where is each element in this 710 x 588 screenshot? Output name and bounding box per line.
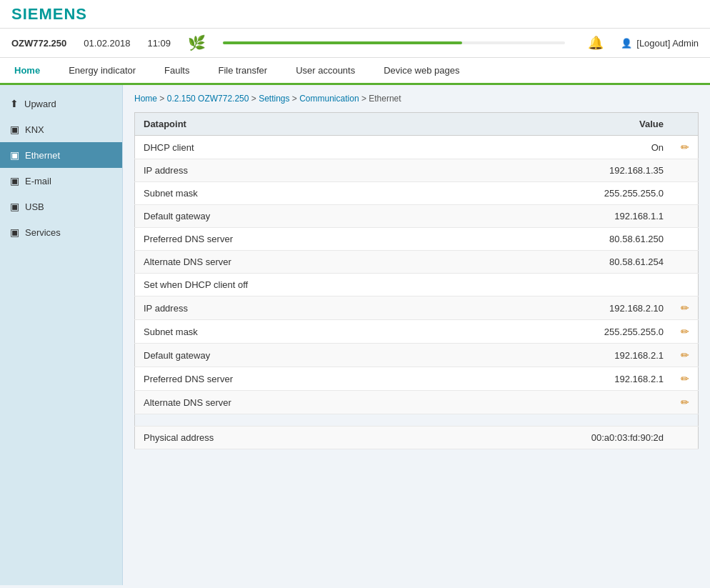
- row-label: Subnet mask: [135, 320, 428, 344]
- user-icon: 👤: [621, 38, 632, 49]
- no-edit: [672, 205, 699, 228]
- row-value: 192.168.2.1: [427, 367, 672, 391]
- col-header-datapoint: Datapoint: [135, 113, 428, 136]
- progress-bar-fill: [223, 41, 463, 44]
- breadcrumb-current: Ethernet: [369, 94, 401, 104]
- row-value: 192.168.1.35: [427, 159, 672, 182]
- sidebar-label-usb: USB: [25, 201, 44, 212]
- table-row: Preferred DNS server 192.168.2.1 ✏: [135, 367, 699, 391]
- siemens-logo: SIEMENS: [11, 5, 87, 24]
- row-label: Alternate DNS server: [135, 251, 428, 274]
- row-label: Alternate DNS server: [135, 391, 428, 414]
- edit-icon[interactable]: ✏: [672, 391, 699, 414]
- row-label: IP address: [135, 297, 428, 320]
- sidebar-item-knx[interactable]: ▣ KNX: [0, 116, 122, 142]
- table-spacer: [135, 414, 699, 427]
- tab-faults[interactable]: Faults: [150, 58, 204, 83]
- tab-energy-indicator[interactable]: Energy indicator: [54, 58, 150, 83]
- leaf-icon: 🌿: [188, 34, 206, 51]
- col-header-edit: [672, 113, 699, 136]
- tab-home[interactable]: Home: [0, 56, 54, 83]
- table-row: Subnet mask 255.255.255.0: [135, 182, 699, 205]
- pencil-icon[interactable]: ✏: [681, 349, 689, 361]
- no-edit: [672, 159, 699, 182]
- sidebar-item-ethernet[interactable]: ▣ Ethernet: [0, 142, 122, 168]
- edit-icon[interactable]: ✏: [672, 344, 699, 367]
- tab-device-web-pages[interactable]: Device web pages: [369, 58, 474, 83]
- table-section-header: Set when DHCP client off: [135, 274, 699, 297]
- edit-icon[interactable]: ✏: [672, 297, 699, 320]
- sidebar-label-ethernet: Ethernet: [25, 150, 60, 161]
- row-value: 00:a0:03:fd:90:2d: [427, 427, 672, 449]
- no-edit: [672, 251, 699, 274]
- nav-tabs: Home Energy indicator Faults File transf…: [0, 58, 710, 85]
- user-label[interactable]: [Logout] Admin: [636, 38, 699, 49]
- breadcrumb-communication[interactable]: Communication: [299, 94, 359, 104]
- edit-icon[interactable]: ✏: [672, 136, 699, 159]
- row-value: 255.255.255.0: [427, 182, 672, 205]
- row-label: IP address: [135, 159, 428, 182]
- row-label: Subnet mask: [135, 182, 428, 205]
- row-value: 192.168.2.1: [427, 344, 672, 367]
- sidebar: ⬆ Upward ▣ KNX ▣ Ethernet ▣ E-mail ▣ USB…: [0, 85, 123, 585]
- current-time: 11:09: [147, 38, 171, 49]
- col-header-value: Value: [427, 113, 672, 136]
- table-row: IP address 192.168.2.10 ✏: [135, 297, 699, 320]
- row-label: Default gateway: [135, 205, 428, 228]
- sidebar-label-email: E-mail: [25, 176, 51, 186]
- table-row: Subnet mask 255.255.255.0 ✏: [135, 320, 699, 344]
- sidebar-label-knx: KNX: [25, 124, 44, 135]
- pencil-icon[interactable]: ✏: [681, 302, 689, 314]
- row-label: DHCP client: [135, 136, 428, 159]
- row-value: On: [427, 136, 672, 159]
- current-date: 01.02.2018: [84, 38, 130, 49]
- pencil-icon[interactable]: ✏: [681, 373, 689, 384]
- ethernet-icon: ▣: [10, 149, 19, 161]
- table-row: Default gateway 192.168.1.1: [135, 205, 699, 228]
- row-value: 80.58.61.250: [427, 228, 672, 251]
- sidebar-label-services: Services: [25, 227, 61, 238]
- row-label: Preferred DNS server: [135, 228, 428, 251]
- row-value: 192.168.1.1: [427, 205, 672, 228]
- bell-icon[interactable]: 🔔: [588, 35, 604, 51]
- sidebar-label-upward: Upward: [24, 99, 56, 109]
- topbar: OZW772.250 01.02.2018 11:09 🌿 🔔 👤 [Logou…: [0, 29, 710, 58]
- content-area: Home > 0.2.150 OZW772.250 > Settings > C…: [123, 85, 710, 585]
- sidebar-item-usb[interactable]: ▣ USB: [0, 194, 122, 219]
- tab-user-accounts[interactable]: User accounts: [281, 58, 369, 83]
- section-label: Set when DHCP client off: [135, 274, 699, 297]
- breadcrumb: Home > 0.2.150 OZW772.250 > Settings > C…: [134, 94, 699, 104]
- table-row: Alternate DNS server 80.58.61.254: [135, 251, 699, 274]
- breadcrumb-device[interactable]: 0.2.150 OZW772.250: [167, 94, 249, 104]
- breadcrumb-home[interactable]: Home: [134, 94, 157, 104]
- pencil-icon[interactable]: ✏: [681, 397, 689, 408]
- knx-icon: ▣: [10, 124, 19, 135]
- breadcrumb-settings[interactable]: Settings: [259, 94, 289, 104]
- row-label: Preferred DNS server: [135, 367, 428, 391]
- row-label: Default gateway: [135, 344, 428, 367]
- table-row: Alternate DNS server ✏: [135, 391, 699, 414]
- no-edit: [672, 427, 699, 449]
- sidebar-item-email[interactable]: ▣ E-mail: [0, 168, 122, 194]
- no-edit: [672, 182, 699, 205]
- pencil-icon[interactable]: ✏: [681, 326, 689, 337]
- row-value: [427, 391, 672, 414]
- pencil-icon[interactable]: ✏: [681, 141, 689, 153]
- usb-icon: ▣: [10, 201, 19, 212]
- row-value: 255.255.255.0: [427, 320, 672, 344]
- row-value: 80.58.61.254: [427, 251, 672, 274]
- table-row: DHCP client On ✏: [135, 136, 699, 159]
- no-edit: [672, 228, 699, 251]
- table-row: IP address 192.168.1.35: [135, 159, 699, 182]
- table-row: Physical address 00:a0:03:fd:90:2d: [135, 427, 699, 449]
- edit-icon[interactable]: ✏: [672, 320, 699, 344]
- upward-icon: ⬆: [10, 98, 19, 109]
- user-info: 👤 [Logout] Admin: [621, 38, 699, 49]
- tab-file-transfer[interactable]: File transfer: [204, 58, 281, 83]
- progress-bar: [223, 41, 565, 44]
- main-layout: ⬆ Upward ▣ KNX ▣ Ethernet ▣ E-mail ▣ USB…: [0, 85, 710, 585]
- ethernet-data-table: Datapoint Value DHCP client On ✏ IP addr…: [134, 112, 699, 449]
- sidebar-item-upward[interactable]: ⬆ Upward: [0, 91, 122, 116]
- sidebar-item-services[interactable]: ▣ Services: [0, 219, 122, 245]
- edit-icon[interactable]: ✏: [672, 367, 699, 391]
